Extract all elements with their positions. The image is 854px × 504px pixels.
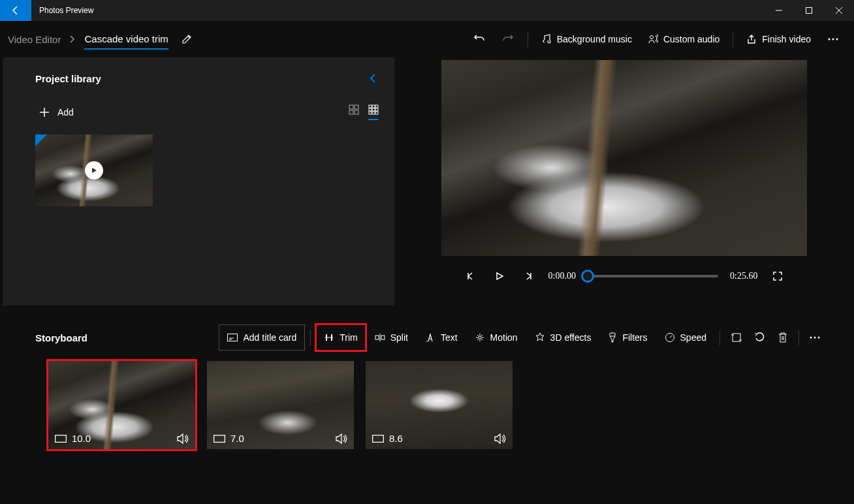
- filters-icon: [608, 332, 617, 343]
- finish-video-label: Finish video: [762, 34, 811, 44]
- redo-button[interactable]: [495, 26, 521, 52]
- grid-3x3-icon: [368, 104, 379, 115]
- svg-rect-11: [355, 105, 358, 109]
- delete-button[interactable]: [772, 324, 793, 351]
- seek-knob[interactable]: [581, 270, 594, 283]
- custom-audio-label: Custom audio: [663, 34, 720, 44]
- svg-rect-45: [373, 435, 384, 442]
- more-button[interactable]: [820, 26, 846, 52]
- text-icon: [425, 333, 435, 342]
- rotate-button[interactable]: [749, 324, 771, 351]
- split-icon: [375, 333, 385, 342]
- svg-rect-18: [372, 108, 375, 111]
- svg-point-4: [650, 36, 653, 39]
- split-button[interactable]: Split: [367, 324, 416, 351]
- grid-2x2-icon: [349, 104, 359, 115]
- svg-point-7: [836, 39, 838, 40]
- video-preview[interactable]: [441, 60, 807, 256]
- background-music-button[interactable]: Background music: [535, 26, 639, 52]
- library-clip-thumbnail[interactable]: [35, 134, 153, 206]
- back-button[interactable]: [0, 0, 31, 21]
- title-card-icon: [227, 334, 238, 341]
- svg-rect-21: [372, 112, 375, 114]
- breadcrumb: Video Editor Cascade video trim: [8, 29, 168, 50]
- svg-point-40: [810, 337, 812, 339]
- speed-icon: [665, 332, 675, 343]
- minimize-button[interactable]: [764, 0, 794, 21]
- svg-line-36: [670, 336, 672, 338]
- storyboard-clip[interactable]: 10.0: [48, 361, 195, 449]
- rename-button[interactable]: [176, 29, 197, 50]
- add-title-card-button[interactable]: Add title card: [219, 324, 305, 351]
- clip-audio-button[interactable]: [177, 433, 189, 444]
- speaker-icon: [177, 433, 189, 444]
- svg-rect-10: [349, 105, 353, 109]
- filters-button[interactable]: Filters: [600, 324, 655, 351]
- app-title: Photos Preview: [31, 6, 93, 15]
- view-large-grid-button[interactable]: [349, 104, 359, 120]
- maximize-button[interactable]: [794, 0, 824, 21]
- svg-rect-19: [375, 108, 378, 111]
- svg-point-41: [814, 337, 816, 339]
- finish-video-button[interactable]: Finish video: [740, 26, 817, 52]
- svg-rect-30: [381, 336, 385, 339]
- undo-button[interactable]: [466, 26, 492, 52]
- trash-icon: [778, 332, 788, 343]
- text-button[interactable]: Text: [417, 324, 466, 351]
- breadcrumb-root[interactable]: Video Editor: [8, 34, 61, 45]
- svg-rect-16: [375, 105, 378, 108]
- clip-duration: 7.0: [230, 433, 244, 444]
- view-small-grid-button[interactable]: [368, 104, 379, 120]
- speaker-icon: [336, 433, 347, 444]
- svg-rect-13: [355, 110, 358, 114]
- svg-point-33: [479, 336, 481, 339]
- close-button[interactable]: [824, 0, 854, 21]
- svg-rect-29: [375, 336, 379, 339]
- clip-audio-button[interactable]: [336, 433, 347, 444]
- aspect-icon: [214, 435, 225, 443]
- storyboard-clip[interactable]: 8.6: [366, 361, 513, 449]
- custom-audio-button[interactable]: Custom audio: [641, 26, 726, 52]
- motion-button[interactable]: Motion: [467, 324, 526, 351]
- clip-audio-button[interactable]: [494, 433, 506, 444]
- svg-rect-23: [228, 334, 238, 341]
- svg-rect-22: [375, 112, 378, 114]
- storyboard-more-button[interactable]: [804, 324, 825, 351]
- storyboard-clip[interactable]: 7.0: [207, 361, 354, 449]
- project-name[interactable]: Cascade video trim: [84, 29, 168, 50]
- svg-rect-1: [806, 8, 812, 14]
- play-button[interactable]: [491, 268, 508, 285]
- top-toolbar: Video Editor Cascade video trim Backgrou…: [0, 21, 854, 57]
- collapse-panel-button[interactable]: [367, 71, 379, 86]
- current-time: 0:00.00: [548, 271, 576, 281]
- svg-point-5: [829, 39, 830, 40]
- svg-rect-44: [214, 435, 225, 442]
- svg-point-6: [832, 39, 834, 40]
- motion-icon: [475, 332, 485, 343]
- clip-duration: 8.6: [389, 433, 403, 444]
- svg-rect-14: [369, 105, 372, 108]
- chevron-right-icon: [70, 35, 75, 43]
- project-library-panel: Project library Add: [3, 57, 394, 306]
- crop-button[interactable]: [725, 324, 748, 351]
- crop-icon: [731, 332, 742, 343]
- storyboard-title: Storyboard: [35, 332, 87, 343]
- trim-icon: [324, 333, 334, 342]
- ellipsis-icon: [810, 336, 820, 339]
- svg-rect-43: [55, 435, 67, 442]
- add-media-button[interactable]: Add: [35, 104, 78, 120]
- svg-rect-20: [369, 112, 372, 114]
- trim-button[interactable]: Trim: [316, 324, 365, 351]
- export-icon: [746, 34, 757, 44]
- speed-button[interactable]: Speed: [657, 324, 714, 351]
- prev-frame-button[interactable]: [462, 268, 479, 285]
- 3d-effects-button[interactable]: 3D effects: [527, 324, 599, 351]
- title-bar: Photos Preview: [0, 0, 854, 21]
- seek-bar[interactable]: [588, 275, 718, 277]
- next-frame-button[interactable]: [520, 268, 537, 285]
- rotate-icon: [754, 332, 766, 343]
- total-duration: 0:25.60: [730, 271, 757, 281]
- fullscreen-button[interactable]: [769, 268, 786, 285]
- aspect-icon: [372, 435, 384, 443]
- clips-row: 10.0 7.0 8.6: [3, 361, 851, 449]
